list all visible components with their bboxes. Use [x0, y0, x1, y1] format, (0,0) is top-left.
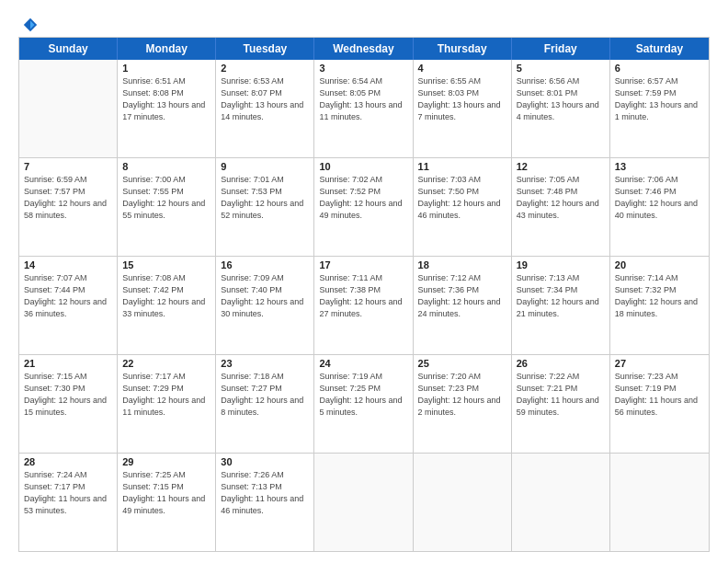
day-number: 14 [24, 259, 112, 270]
day-cell-23: 23Sunrise: 7:18 AMSunset: 7:27 PMDayligh… [216, 355, 314, 453]
cell-info: Sunrise: 7:06 AMSunset: 7:46 PMDaylight:… [615, 174, 704, 222]
cell-info: Sunrise: 7:00 AMSunset: 7:55 PMDaylight:… [122, 174, 210, 222]
day-number: 1 [122, 63, 210, 74]
cell-info: Sunrise: 7:09 AMSunset: 7:40 PMDaylight:… [221, 272, 309, 320]
day-number: 9 [221, 161, 309, 172]
day-number: 29 [122, 456, 210, 467]
day-cell-11: 11Sunrise: 7:03 AMSunset: 7:50 PMDayligh… [414, 158, 512, 256]
cell-info: Sunrise: 7:19 AMSunset: 7:25 PMDaylight:… [319, 371, 407, 419]
day-cell-4: 4Sunrise: 6:55 AMSunset: 8:03 PMDaylight… [414, 60, 512, 157]
day-number: 17 [319, 259, 407, 270]
day-cell-20: 20Sunrise: 7:14 AMSunset: 7:32 PMDayligh… [610, 257, 709, 354]
empty-cell-4-5 [512, 454, 610, 551]
cell-info: Sunrise: 7:26 AMSunset: 7:13 PMDaylight:… [221, 469, 309, 517]
day-number: 18 [418, 259, 506, 270]
day-cell-30: 30Sunrise: 7:26 AMSunset: 7:13 PMDayligh… [216, 454, 314, 551]
day-number: 2 [221, 63, 309, 74]
calendar: SundayMondayTuesdayWednesdayThursdayFrid… [18, 37, 710, 552]
day-number: 23 [221, 358, 309, 369]
logo [18, 17, 39, 29]
day-number: 27 [615, 358, 704, 369]
cell-info: Sunrise: 6:57 AMSunset: 7:59 PMDaylight:… [615, 75, 704, 123]
cell-info: Sunrise: 7:24 AMSunset: 7:17 PMDaylight:… [24, 469, 112, 517]
header-day-saturday: Saturday [610, 38, 709, 60]
header-day-thursday: Thursday [414, 38, 512, 60]
empty-cell-4-4 [414, 454, 512, 551]
day-cell-3: 3Sunrise: 6:54 AMSunset: 8:05 PMDaylight… [314, 60, 413, 157]
cell-info: Sunrise: 7:01 AMSunset: 7:53 PMDaylight:… [221, 174, 309, 222]
cell-info: Sunrise: 7:07 AMSunset: 7:44 PMDaylight:… [24, 272, 112, 320]
cell-info: Sunrise: 7:05 AMSunset: 7:48 PMDaylight:… [517, 174, 605, 222]
day-cell-22: 22Sunrise: 7:17 AMSunset: 7:29 PMDayligh… [118, 355, 216, 453]
day-number: 22 [122, 358, 210, 369]
cell-info: Sunrise: 6:56 AMSunset: 8:01 PMDaylight:… [517, 75, 605, 123]
cell-info: Sunrise: 6:51 AMSunset: 8:08 PMDaylight:… [122, 75, 210, 123]
header-day-monday: Monday [118, 38, 216, 60]
day-number: 13 [615, 161, 704, 172]
header-day-tuesday: Tuesday [216, 38, 314, 60]
day-number: 21 [24, 358, 112, 369]
header-day-sunday: Sunday [19, 38, 118, 60]
day-cell-24: 24Sunrise: 7:19 AMSunset: 7:25 PMDayligh… [314, 355, 413, 453]
day-cell-26: 26Sunrise: 7:22 AMSunset: 7:21 PMDayligh… [512, 355, 610, 453]
day-cell-12: 12Sunrise: 7:05 AMSunset: 7:48 PMDayligh… [512, 158, 610, 256]
empty-cell-4-3 [314, 454, 413, 551]
cell-info: Sunrise: 6:59 AMSunset: 7:57 PMDaylight:… [24, 174, 112, 222]
cell-info: Sunrise: 7:14 AMSunset: 7:32 PMDaylight:… [615, 272, 704, 320]
day-cell-21: 21Sunrise: 7:15 AMSunset: 7:30 PMDayligh… [19, 355, 118, 453]
cell-info: Sunrise: 7:23 AMSunset: 7:19 PMDaylight:… [615, 371, 704, 419]
day-cell-15: 15Sunrise: 7:08 AMSunset: 7:42 PMDayligh… [118, 257, 216, 354]
empty-cell-0-0 [19, 60, 118, 157]
empty-cell-4-6 [610, 454, 709, 551]
day-cell-13: 13Sunrise: 7:06 AMSunset: 7:46 PMDayligh… [610, 158, 709, 256]
day-number: 8 [122, 161, 210, 172]
day-cell-14: 14Sunrise: 7:07 AMSunset: 7:44 PMDayligh… [19, 257, 118, 354]
cell-info: Sunrise: 7:11 AMSunset: 7:38 PMDaylight:… [319, 272, 407, 320]
day-number: 28 [24, 456, 112, 467]
cell-info: Sunrise: 7:17 AMSunset: 7:29 PMDaylight:… [122, 371, 210, 419]
day-cell-28: 28Sunrise: 7:24 AMSunset: 7:17 PMDayligh… [19, 454, 118, 551]
day-cell-19: 19Sunrise: 7:13 AMSunset: 7:34 PMDayligh… [512, 257, 610, 354]
cell-info: Sunrise: 7:25 AMSunset: 7:15 PMDaylight:… [122, 469, 210, 517]
header-day-wednesday: Wednesday [314, 38, 413, 60]
day-number: 20 [615, 259, 704, 270]
cell-info: Sunrise: 7:15 AMSunset: 7:30 PMDaylight:… [24, 371, 112, 419]
cell-info: Sunrise: 7:12 AMSunset: 7:36 PMDaylight:… [418, 272, 506, 320]
day-number: 6 [615, 63, 704, 74]
calendar-row-0: 1Sunrise: 6:51 AMSunset: 8:08 PMDaylight… [19, 60, 709, 158]
day-cell-6: 6Sunrise: 6:57 AMSunset: 7:59 PMDaylight… [610, 60, 709, 157]
day-number: 3 [319, 63, 407, 74]
day-number: 25 [418, 358, 506, 369]
day-cell-27: 27Sunrise: 7:23 AMSunset: 7:19 PMDayligh… [610, 355, 709, 453]
day-number: 19 [517, 259, 605, 270]
cell-info: Sunrise: 6:54 AMSunset: 8:05 PMDaylight:… [319, 75, 407, 123]
header-day-friday: Friday [512, 38, 610, 60]
day-number: 4 [418, 63, 506, 74]
cell-info: Sunrise: 7:22 AMSunset: 7:21 PMDaylight:… [517, 371, 605, 419]
cell-info: Sunrise: 7:18 AMSunset: 7:27 PMDaylight:… [221, 371, 309, 419]
calendar-row-4: 28Sunrise: 7:24 AMSunset: 7:17 PMDayligh… [19, 454, 709, 551]
calendar-row-1: 7Sunrise: 6:59 AMSunset: 7:57 PMDaylight… [19, 158, 709, 257]
day-number: 12 [517, 161, 605, 172]
cell-info: Sunrise: 7:02 AMSunset: 7:52 PMDaylight:… [319, 174, 407, 222]
day-number: 26 [517, 358, 605, 369]
day-number: 30 [221, 456, 309, 467]
day-cell-17: 17Sunrise: 7:11 AMSunset: 7:38 PMDayligh… [314, 257, 413, 354]
day-cell-29: 29Sunrise: 7:25 AMSunset: 7:15 PMDayligh… [118, 454, 216, 551]
calendar-body: 1Sunrise: 6:51 AMSunset: 8:08 PMDaylight… [19, 60, 709, 551]
day-cell-8: 8Sunrise: 7:00 AMSunset: 7:55 PMDaylight… [118, 158, 216, 256]
day-cell-2: 2Sunrise: 6:53 AMSunset: 8:07 PMDaylight… [216, 60, 314, 157]
calendar-row-3: 21Sunrise: 7:15 AMSunset: 7:30 PMDayligh… [19, 355, 709, 454]
header [18, 17, 710, 29]
day-number: 15 [122, 259, 210, 270]
day-cell-1: 1Sunrise: 6:51 AMSunset: 8:08 PMDaylight… [118, 60, 216, 157]
logo-icon [22, 17, 39, 33]
day-cell-10: 10Sunrise: 7:02 AMSunset: 7:52 PMDayligh… [314, 158, 413, 256]
day-number: 16 [221, 259, 309, 270]
calendar-row-2: 14Sunrise: 7:07 AMSunset: 7:44 PMDayligh… [19, 257, 709, 355]
day-cell-5: 5Sunrise: 6:56 AMSunset: 8:01 PMDaylight… [512, 60, 610, 157]
day-number: 10 [319, 161, 407, 172]
day-number: 7 [24, 161, 112, 172]
day-cell-16: 16Sunrise: 7:09 AMSunset: 7:40 PMDayligh… [216, 257, 314, 354]
cell-info: Sunrise: 7:20 AMSunset: 7:23 PMDaylight:… [418, 371, 506, 419]
